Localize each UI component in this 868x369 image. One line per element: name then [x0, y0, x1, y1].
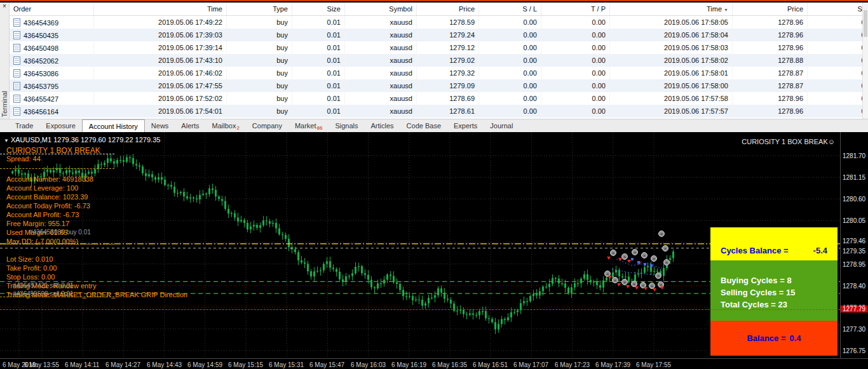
- cell-tp: 0.00: [541, 79, 610, 92]
- order-cell: 436454369: [10, 16, 94, 29]
- tab-label: Market: [295, 122, 316, 130]
- time-axis-label: 6 May 17:07: [513, 361, 548, 368]
- close-icon[interactable]: ×: [0, 3, 9, 10]
- tab-label: Code Base: [407, 122, 441, 130]
- cell-open-time: 2019.05.06 17:39:03: [94, 29, 227, 41]
- cell-close-price: 1278.96: [733, 41, 808, 54]
- column-header-order[interactable]: Order: [10, 3, 94, 16]
- tab-market[interactable]: Market86: [288, 119, 329, 132]
- column-header-type[interactable]: Type: [227, 3, 292, 16]
- svg-text:×: ×: [643, 253, 646, 258]
- column-header-sl[interactable]: S / L: [479, 3, 541, 16]
- cell-symbol: xauusd: [345, 16, 417, 29]
- column-header-open-time[interactable]: Time: [94, 3, 227, 16]
- column-header-close-price[interactable]: Price: [733, 3, 808, 16]
- column-header-swap[interactable]: Swap: [808, 3, 864, 16]
- cell-close-time: 2019.05.06 17:58:04: [610, 29, 733, 41]
- order-cell: 436453795: [10, 79, 94, 92]
- ea-info-line: Account All Profit: -6.73: [6, 211, 79, 218]
- chart-symbol-header[interactable]: ▼XAUUSD,M1 1279.36 1279.60 1279.22 1279.…: [4, 136, 160, 144]
- table-row[interactable]: 4364543692019.05.06 17:49:22buy0.01xauus…: [10, 16, 863, 29]
- selling-cycles-label: Selling Cycles = 15: [721, 286, 837, 299]
- svg-text:×: ×: [657, 273, 660, 279]
- cell-open-time: 2019.05.06 17:46:02: [94, 67, 227, 79]
- svg-text:×: ×: [612, 250, 615, 256]
- tab-alerts[interactable]: Alerts: [175, 119, 205, 132]
- tab-articles[interactable]: Articles: [365, 119, 400, 132]
- price-axis-label: 1277.30: [843, 326, 865, 333]
- ea-separator-line: [0, 168, 114, 169]
- cell-sl: 0.00: [479, 79, 541, 92]
- order-ticket-label: #436455598 sell 0.01: [13, 290, 74, 297]
- cell-open-price: 1279.02: [417, 54, 479, 67]
- sort-descending-icon: ▼: [724, 8, 728, 12]
- collapse-arrow-icon[interactable]: ▼: [4, 138, 9, 144]
- cell-symbol: xauusd: [345, 29, 417, 41]
- order-ticket-label: #436457421 sell 0.01: [13, 282, 74, 289]
- cycles-balance-value: -5.4: [813, 246, 827, 255]
- cell-size: 0.01: [292, 54, 345, 67]
- scrollbar-thumb[interactable]: [864, 10, 867, 37]
- price-axis-label: 1280.05: [843, 217, 865, 224]
- tab-trade[interactable]: Trade: [9, 119, 39, 132]
- column-header-text: Time: [707, 5, 722, 13]
- cell-type: buy: [227, 54, 292, 67]
- order-doc-icon: [13, 82, 20, 90]
- cell-close-price: 1278.87: [733, 79, 808, 92]
- cell-close-price: 1278.96: [733, 92, 808, 105]
- cell-swap: 0.00: [808, 105, 864, 117]
- table-scrollbar[interactable]: [862, 3, 868, 119]
- tab-company[interactable]: Company: [246, 119, 288, 132]
- cell-swap: 0.00: [808, 29, 864, 41]
- tab-mailbox[interactable]: Mailbox2: [205, 119, 245, 132]
- cell-symbol: xauusd: [345, 92, 417, 105]
- table-row[interactable]: 4364520622019.05.06 17:43:10buy0.01xauus…: [10, 54, 863, 67]
- price-axis[interactable]: 1281.701281.151280.601280.051279.461279.…: [840, 132, 868, 358]
- time-axis-label: 6 May 13:55: [24, 361, 59, 368]
- cycles-balance-box: Cycles Balance = -5.4: [710, 227, 837, 260]
- column-header-tp[interactable]: T / P: [541, 3, 610, 16]
- cell-type: buy: [227, 16, 292, 29]
- tab-label: Articles: [371, 122, 394, 130]
- table-row[interactable]: 4364537952019.05.06 17:47:55buy0.01xauus…: [10, 79, 863, 92]
- cell-close-time: 2019.05.06 17:58:02: [610, 54, 733, 67]
- tab-account-history[interactable]: Account History: [82, 119, 145, 132]
- cell-size: 0.01: [292, 67, 345, 79]
- column-header-open-price[interactable]: Price: [417, 3, 479, 16]
- cell-open-time: 2019.05.06 17:43:10: [94, 54, 227, 67]
- cell-tp: 0.00: [541, 54, 610, 67]
- tab-journal[interactable]: Journal: [484, 119, 519, 132]
- column-header-close-time[interactable]: Time▼: [610, 3, 733, 16]
- time-axis[interactable]: 6 May 20196 May 13:556 May 14:116 May 14…: [0, 358, 868, 369]
- tab-signals[interactable]: Signals: [329, 119, 364, 132]
- table-row[interactable]: 4364504982019.05.06 17:39:14buy0.01xauus…: [10, 41, 863, 54]
- table-row[interactable]: 4364530862019.05.06 17:46:02buy0.01xauus…: [10, 67, 863, 79]
- cell-sl: 0.00: [479, 41, 541, 54]
- cell-close-price: 1278.96: [733, 16, 808, 29]
- tab-label: Journal: [490, 122, 513, 130]
- tab-news[interactable]: News: [145, 119, 175, 132]
- time-axis-label: 6 May 16:03: [351, 361, 386, 368]
- price-axis-label: 1281.15: [843, 174, 865, 181]
- table-row[interactable]: 4364561642019.05.06 17:54:01buy0.01xauus…: [10, 105, 863, 117]
- cell-symbol: xauusd: [345, 105, 417, 117]
- tab-experts[interactable]: Experts: [447, 119, 484, 132]
- table-row[interactable]: 4364554272019.05.06 17:52:02buy0.01xauus…: [10, 92, 863, 105]
- cell-type: buy: [227, 41, 292, 54]
- column-header-size[interactable]: Size: [292, 3, 345, 16]
- tab-exposure[interactable]: Exposure: [39, 119, 81, 132]
- order-number: 436452062: [24, 57, 58, 65]
- ea-info-line: Account Leverage: 100: [6, 184, 78, 192]
- chart-section: ×××××××××××××××× ▼XAUUSD,M1 1279.36 1279…: [0, 132, 868, 369]
- cell-tp: 0.00: [541, 29, 610, 41]
- time-axis-label: 6 May 16:51: [473, 361, 508, 368]
- balance-value: 0.4: [790, 333, 801, 343]
- chart-plot-area[interactable]: ×××××××××××××××× ▼XAUUSD,M1 1279.36 1279…: [0, 132, 840, 358]
- table-row[interactable]: 4364504352019.05.06 17:39:03buy0.01xauus…: [10, 29, 863, 41]
- tab-code-base[interactable]: Code Base: [400, 119, 447, 132]
- cell-open-price: 1279.09: [417, 79, 479, 92]
- table-header-row: OrderTimeTypeSizeSymbolPriceS / LT / PTi…: [10, 3, 863, 16]
- ea-separator-line: [0, 154, 114, 154]
- column-header-symbol[interactable]: Symbol: [345, 3, 417, 16]
- cell-swap: 0.00: [808, 79, 864, 92]
